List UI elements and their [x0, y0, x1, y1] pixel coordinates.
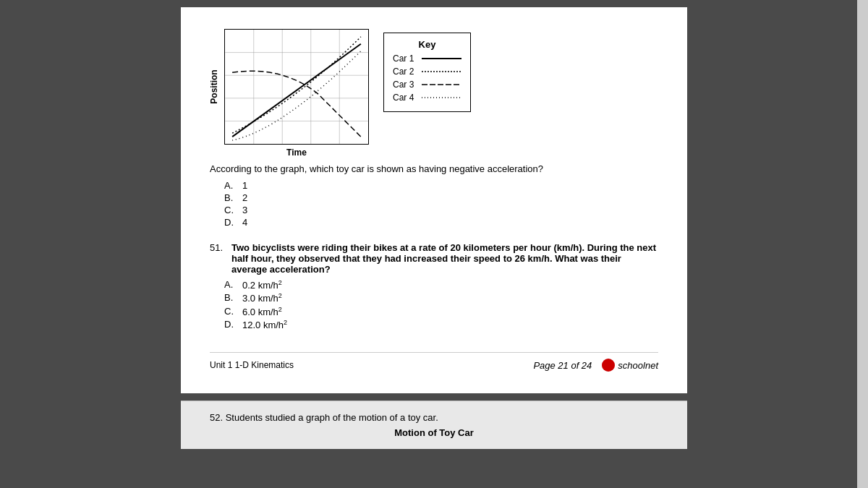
page-21: Position [181, 7, 687, 393]
option-51-d-letter: D. [224, 319, 242, 330]
option-51-b-value: 3.0 km/h2 [242, 292, 282, 304]
scrollbar[interactable] [857, 0, 868, 488]
option-51-b-letter: B. [224, 292, 242, 304]
option-51-d-value: 12.0 km/h2 [242, 319, 287, 330]
graph-section: Position [224, 29, 658, 158]
question-50-text: According to the graph, which toy car is… [210, 163, 658, 174]
key-line-car4 [422, 96, 461, 99]
x-axis-label: Time [286, 147, 307, 158]
next-page-chart-title: Motion of Toy Car [210, 427, 658, 438]
graph-svg [225, 30, 368, 144]
option-50-c-value: 3 [242, 205, 247, 215]
key-line-car3 [422, 83, 461, 86]
question-52-text: Students studied a graph of the motion o… [226, 412, 438, 423]
question-51-header: 51. Two bicyclists were riding their bik… [210, 242, 658, 275]
page-footer: Unit 1 1-D Kinematics Page 21 of 24 scho… [210, 352, 658, 372]
key-box: Key Car 1 Car 2 Car 3 Car 4 [383, 33, 471, 112]
brand-name: schoolnet [618, 360, 658, 371]
page-label: Page 21 of 24 [533, 360, 592, 371]
key-item-car3: Car 3 [393, 80, 461, 90]
question-52-number: 52. [210, 412, 226, 423]
question-51-block: 51. Two bicyclists were riding their bik… [210, 242, 658, 330]
question-50-block: According to the graph, which toy car is… [210, 163, 658, 228]
question-51-number: 51. [210, 242, 231, 253]
option-50-b: B. 2 [224, 192, 658, 203]
key-item-car1: Car 1 [393, 53, 461, 64]
schoolnet-logo: Page 21 of 24 schoolnet [533, 359, 658, 372]
option-51-c-value: 6.0 km/h2 [242, 306, 282, 317]
option-50-d-value: 4 [242, 217, 247, 228]
option-51-a: A. 0.2 km/h2 [224, 279, 658, 291]
option-50-a: A. 1 [224, 180, 658, 191]
option-51-b: B. 3.0 km/h2 [224, 292, 658, 304]
schoolnet-icon [602, 359, 615, 372]
option-50-c: C. 3 [224, 205, 658, 215]
question-52-line: 52. Students studied a graph of the moti… [210, 412, 658, 423]
question-51-bold: Two bicyclists were riding their bikes a… [231, 242, 656, 275]
key-label-car2: Car 2 [393, 67, 422, 77]
question-50-options: A. 1 B. 2 C. 3 D. 4 [224, 180, 658, 228]
option-51-d: D. 12.0 km/h2 [224, 319, 658, 330]
question-51-options: A. 0.2 km/h2 B. 3.0 km/h2 C. 6.0 km/h2 D… [224, 279, 658, 330]
option-51-a-letter: A. [224, 279, 242, 291]
position-time-graph [224, 29, 369, 145]
option-51-c: C. 6.0 km/h2 [224, 306, 658, 317]
option-51-a-value: 0.2 km/h2 [242, 279, 282, 291]
option-50-b-letter: B. [224, 192, 242, 203]
key-title: Key [393, 39, 461, 50]
y-axis-label: Position [209, 69, 219, 103]
option-50-b-value: 2 [242, 192, 247, 203]
key-label-car1: Car 1 [393, 53, 422, 64]
option-50-c-letter: C. [224, 205, 242, 215]
key-line-car2 [422, 70, 461, 73]
next-page-preview: 52. Students studied a graph of the moti… [181, 401, 687, 449]
key-item-car2: Car 2 [393, 67, 461, 77]
key-item-car4: Car 4 [393, 93, 461, 103]
option-50-a-value: 1 [242, 180, 247, 191]
option-50-d-letter: D. [224, 217, 242, 228]
graph-wrapper: Position [224, 29, 369, 158]
unit-label: Unit 1 1-D Kinematics [210, 360, 294, 370]
option-51-c-letter: C. [224, 306, 242, 317]
option-50-a-letter: A. [224, 180, 242, 191]
key-label-car4: Car 4 [393, 93, 422, 103]
option-50-d: D. 4 [224, 217, 658, 228]
question-51-text: Two bicyclists were riding their bikes a… [231, 242, 658, 275]
key-line-car1 [422, 58, 461, 59]
key-label-car3: Car 3 [393, 80, 422, 90]
